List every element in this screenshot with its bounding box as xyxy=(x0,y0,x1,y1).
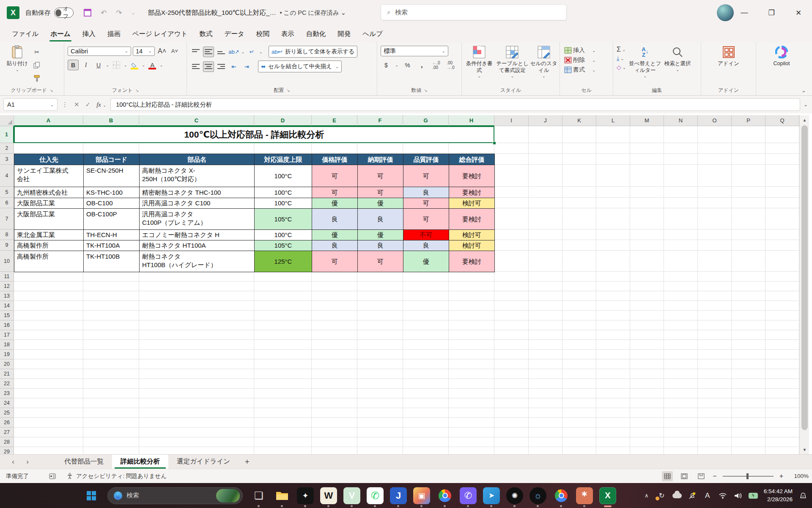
table-cell-temp[interactable]: 100°C xyxy=(255,165,312,187)
table-cell-temp[interactable]: 105°C xyxy=(255,209,312,230)
decrease-indent-icon[interactable]: ⇤ xyxy=(228,61,239,72)
column-header-D[interactable]: D xyxy=(254,115,312,126)
taskbar-icon-chrome[interactable] xyxy=(436,487,453,504)
clock[interactable]: 6:54:42 AM2/28/2026 xyxy=(764,488,793,503)
taskbar-icon-dark-circle-app[interactable]: ✺ xyxy=(506,487,523,504)
column-header-C[interactable]: C xyxy=(139,115,254,126)
fill-icon[interactable]: ⤓ ⌄ xyxy=(617,55,626,62)
autosave-toggle[interactable]: オフ xyxy=(54,8,74,18)
scroll-up-icon[interactable]: ▲ xyxy=(800,115,809,124)
confirm-entry-icon[interactable]: ✓ xyxy=(85,101,91,108)
table-cell-name[interactable]: 耐熱コネクタ HT100A xyxy=(140,240,255,251)
table-cell-temp[interactable]: 100°C xyxy=(255,230,312,240)
align-center-icon[interactable] xyxy=(203,61,214,72)
format-cells-button[interactable]: 書式⌄ xyxy=(564,66,613,74)
table-cell-eval[interactable]: 可 xyxy=(312,251,358,272)
copy-icon[interactable] xyxy=(31,60,42,70)
column-header-L[interactable]: L xyxy=(596,115,630,126)
formula-bar-expand-icon[interactable]: ⌄ xyxy=(804,102,808,108)
find-select-button[interactable]: 検索と選択⌄ xyxy=(664,45,691,79)
table-cell-code[interactable]: OB-C100P xyxy=(84,209,140,230)
table-cell-code[interactable]: OB-C100 xyxy=(84,198,140,209)
search-box[interactable]: ⌕ 検索 xyxy=(381,4,567,20)
table-cell-eval[interactable]: 不可 xyxy=(403,230,449,240)
ribbon-tab-データ[interactable]: データ xyxy=(219,26,250,42)
name-box[interactable]: A1⌄ xyxy=(3,98,58,111)
column-header-I[interactable]: I xyxy=(494,115,529,126)
row-header-18[interactable]: 18 xyxy=(0,340,14,350)
table-cell-eval[interactable]: 可 xyxy=(358,187,403,198)
accessibility-icon[interactable] xyxy=(67,473,73,479)
table-cell-overall[interactable]: 検討可 xyxy=(449,230,495,240)
number-dialog-launcher[interactable]: ↘ xyxy=(424,88,427,93)
taskbar-icon-whatsapp[interactable]: ✆ xyxy=(367,487,384,504)
conditional-formatting-button[interactable]: 条件付き書式⌄ xyxy=(464,45,494,79)
cancel-entry-icon[interactable]: ✕ xyxy=(74,101,80,108)
row-header-14[interactable]: 14 xyxy=(0,301,14,311)
clear-icon[interactable]: ◇ ⌄ xyxy=(617,64,626,71)
table-cell-supplier[interactable]: サンエイ工業株式 会社 xyxy=(14,165,84,187)
row-header-17[interactable]: 17 xyxy=(0,330,14,340)
page-break-view-icon[interactable] xyxy=(696,471,707,481)
ribbon-tab-校閲[interactable]: 校閲 xyxy=(250,26,275,42)
normal-view-icon[interactable] xyxy=(662,471,673,481)
macro-record-icon[interactable] xyxy=(49,473,56,479)
table-cell-overall[interactable]: 要検討 xyxy=(449,209,495,230)
orientation-icon[interactable]: ab↗ xyxy=(228,47,239,57)
row-header-19[interactable]: 19 xyxy=(0,350,14,359)
row-header-25[interactable]: 25 xyxy=(0,408,14,418)
row-header-9[interactable]: 9 xyxy=(0,240,14,251)
table-header-cell[interactable]: 品質評価 xyxy=(403,154,449,165)
taskbar-icon-j-app[interactable]: J xyxy=(390,487,407,504)
row-header-3[interactable]: 3 xyxy=(0,154,14,165)
zoom-out-icon[interactable]: − xyxy=(713,472,716,480)
insert-function-icon[interactable]: fx ⌄ xyxy=(96,101,106,108)
ribbon-collapse-icon[interactable]: ⌄ xyxy=(801,87,806,94)
table-cell-code[interactable]: SE-CN-250H xyxy=(84,165,140,187)
comma-icon[interactable]: , xyxy=(416,60,427,70)
row-header-8[interactable]: 8 xyxy=(0,229,14,240)
underline-button[interactable]: U xyxy=(93,60,104,70)
ime-mode[interactable]: A xyxy=(703,491,712,500)
column-header-F[interactable]: F xyxy=(357,115,403,126)
table-header-cell[interactable]: 総合評価 xyxy=(449,154,495,165)
notification-muted-icon[interactable] xyxy=(688,491,697,500)
sheet-tab-詳細比較分析[interactable]: 詳細比較分析 xyxy=(112,455,168,469)
table-cell-name[interactable]: 高耐熱コネクタ X- 250H（100℃対応） xyxy=(140,165,255,187)
column-header-E[interactable]: E xyxy=(312,115,357,126)
table-cell-code[interactable]: TH-ECN-H xyxy=(84,230,140,240)
copilot-button[interactable]: Copilot xyxy=(767,45,796,67)
table-cell-temp[interactable]: 105°C xyxy=(255,240,312,251)
row-header-15[interactable]: 15 xyxy=(0,311,14,320)
hidden-icons-chevron[interactable]: ∧ xyxy=(642,491,651,500)
battery-icon[interactable]: ϟ xyxy=(749,491,758,500)
table-cell-name[interactable]: 汎用高温コネクタ C100 xyxy=(140,198,255,209)
font-name-select[interactable]: Calibri⌄ xyxy=(68,47,131,56)
page-layout-view-icon[interactable] xyxy=(679,471,690,481)
ribbon-tab-ページ レイアウト[interactable]: ページ レイアウト xyxy=(126,26,194,42)
align-right-icon[interactable] xyxy=(216,61,227,72)
restore-button[interactable]: ❐ xyxy=(758,0,785,25)
taskbar-icon-settings-gear[interactable]: ☼ xyxy=(529,487,546,504)
taskbar-icon-photos-app[interactable]: ▣ xyxy=(413,487,430,504)
taskbar-icon-chrome-2[interactable] xyxy=(553,487,570,504)
sync-tray-icon[interactable]: ↻ xyxy=(657,491,667,500)
ribbon-tab-挿入[interactable]: 挿入 xyxy=(77,26,102,42)
table-header-cell[interactable]: 仕入先 xyxy=(14,154,84,165)
table-cell-temp[interactable]: 125°C xyxy=(255,251,312,272)
taskbar-icon-writer-app[interactable]: W xyxy=(320,487,337,504)
row-header-7[interactable]: 7 xyxy=(0,208,14,229)
font-size-select[interactable]: 14⌄ xyxy=(133,47,155,56)
table-cell-supplier[interactable]: 高橋製作所 xyxy=(14,251,84,272)
italic-button[interactable]: I xyxy=(80,60,91,70)
autosave-control[interactable]: 自動保存 オフ xyxy=(25,8,74,18)
search-highlight-image[interactable] xyxy=(216,489,240,502)
table-cell-eval[interactable]: 優 xyxy=(312,198,358,209)
new-sheet-button[interactable]: + xyxy=(239,457,255,467)
autosum-icon[interactable]: Σ ⌄ xyxy=(617,46,626,53)
table-cell-eval[interactable]: 可 xyxy=(403,165,449,187)
sheet-tab-代替部品一覧[interactable]: 代替部品一覧 xyxy=(56,455,112,469)
scroll-down-icon[interactable]: ▼ xyxy=(800,445,809,454)
ribbon-tab-ホーム[interactable]: ホーム xyxy=(44,26,76,42)
column-header-G[interactable]: G xyxy=(403,115,449,126)
